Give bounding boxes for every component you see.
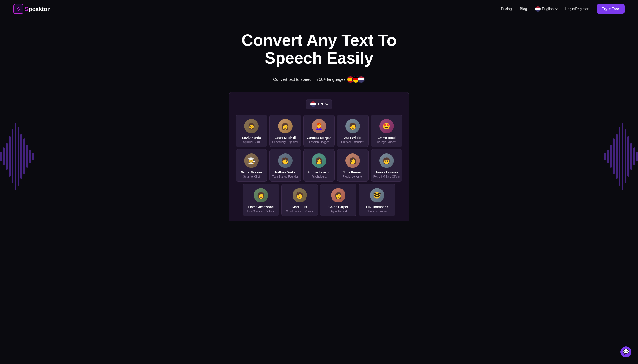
voice-role-nathan: Tech Startup Founder bbox=[272, 175, 298, 178]
voice-name-victor: Victor Moreau bbox=[238, 170, 265, 174]
voice-role-lily: Nerdy Bookworm bbox=[361, 210, 393, 213]
voice-card-jack[interactable]: 🧑 Jack Wilder Outdoor Enthusiast bbox=[337, 115, 368, 147]
voice-avatar-liam: 🧑 bbox=[254, 188, 268, 202]
hero-title: Convert Any Text To Speech Easily bbox=[218, 32, 420, 67]
voice-role-laura: Community Organizer bbox=[272, 140, 298, 144]
app-us-flag-icon bbox=[310, 102, 316, 107]
voice-name-chloe: Chloe Harper bbox=[322, 205, 354, 209]
voice-card-victor[interactable]: 👨‍🍳 Victor Moreau Gourmet Chef bbox=[236, 149, 267, 182]
voice-avatar-ravi: 🧔 bbox=[244, 119, 258, 133]
voice-avatar-jack: 🧑 bbox=[346, 119, 360, 133]
voice-name-lily: Lily Thompson bbox=[361, 205, 393, 209]
voice-name-julia: Julia Bennett bbox=[340, 170, 366, 174]
app-window: EN 🧔 Ravi Ananda Spiritual Guru 👩 Laura … bbox=[229, 92, 409, 220]
voice-role-mark: Small Business Owner bbox=[284, 210, 316, 213]
voice-grid-row3: 🧑 Liam Greenwood Eco-Conscious Activist … bbox=[243, 184, 395, 220]
voice-name-ravi: Ravi Ananda bbox=[238, 136, 265, 140]
voice-name-jack: Jack Wilder bbox=[340, 136, 366, 140]
voice-name-emma: Emma Reed bbox=[373, 136, 400, 140]
right-waveform bbox=[604, 92, 638, 220]
voice-name-mark: Mark Ellis bbox=[284, 205, 316, 209]
navbar: S Speaktor Pricing Blog English Login/Re… bbox=[0, 0, 638, 18]
voice-name-laura: Laura Mitchell bbox=[272, 136, 298, 140]
voice-avatar-james: 🧑 bbox=[380, 154, 394, 168]
nav-blog[interactable]: Blog bbox=[520, 7, 527, 11]
app-lang-code: EN bbox=[318, 102, 323, 106]
voice-grid-row1: 🧔 Ravi Ananda Spiritual Guru 👩 Laura Mit… bbox=[236, 115, 402, 147]
logo[interactable]: S Speaktor bbox=[14, 4, 50, 14]
chat-bubble[interactable]: 💬 bbox=[620, 346, 631, 357]
us-flag-group-icon bbox=[358, 76, 365, 83]
app-language-selector: EN bbox=[236, 99, 402, 109]
voice-avatar-lily: 🤓 bbox=[370, 188, 384, 202]
language-label: English bbox=[542, 7, 554, 11]
chat-icon: 💬 bbox=[623, 349, 629, 355]
try-free-button[interactable]: Try It Free bbox=[597, 4, 624, 14]
hero-section: Convert Any Text To Speech Easily Conver… bbox=[0, 18, 638, 83]
voice-card-lily[interactable]: 🤓 Lily Thompson Nerdy Bookworm bbox=[359, 184, 395, 216]
voice-card-james[interactable]: 🧑 James Lawson Retired Military Officer bbox=[371, 149, 402, 182]
voice-grid-row2: 👨‍🍳 Victor Moreau Gourmet Chef 🧑 Nathan … bbox=[236, 149, 402, 182]
voice-role-chloe: Digital Nomad bbox=[322, 210, 354, 213]
voice-name-nathan: Nathan Drake bbox=[272, 170, 298, 174]
voice-avatar-vanessa: 👩‍🦰 bbox=[312, 119, 326, 133]
nav-links: Pricing Blog English Login/Register Try … bbox=[501, 4, 624, 14]
voice-name-sophie: Sophie Lawson bbox=[306, 170, 332, 174]
voice-card-mark[interactable]: 🧑 Mark Ellis Small Business Owner bbox=[281, 184, 318, 216]
voice-avatar-sophie: 👩 bbox=[312, 154, 326, 168]
voice-role-emma: College Student bbox=[373, 140, 400, 144]
voice-card-ravi[interactable]: 🧔 Ravi Ananda Spiritual Guru bbox=[236, 115, 267, 147]
nav-pricing[interactable]: Pricing bbox=[501, 7, 512, 11]
logo-icon: S bbox=[14, 4, 23, 14]
voice-card-sophie[interactable]: 👩 Sophie Lawson Psychologist bbox=[303, 149, 335, 182]
voice-name-james: James Lawson bbox=[373, 170, 400, 174]
voice-card-laura[interactable]: 👩 Laura Mitchell Community Organizer bbox=[270, 115, 301, 147]
voice-role-julia: Freelance Writer bbox=[340, 175, 366, 178]
language-selector[interactable]: English bbox=[535, 6, 557, 12]
voice-role-liam: Eco-Conscious Activist bbox=[245, 210, 277, 213]
voice-role-ravi: Spiritual Guru bbox=[238, 140, 265, 144]
voice-name-liam: Liam Greenwood bbox=[245, 205, 277, 209]
voice-card-emma[interactable]: 🤩 Emma Reed College Student bbox=[371, 115, 402, 147]
voice-role-victor: Gourmet Chef bbox=[238, 175, 265, 178]
left-waveform bbox=[0, 92, 34, 220]
voice-card-julia[interactable]: 👩 Julia Bennett Freelance Writer bbox=[337, 149, 368, 182]
voice-role-vanessa: Fashion Blogger bbox=[306, 140, 332, 144]
voice-card-liam[interactable]: 🧑 Liam Greenwood Eco-Conscious Activist bbox=[243, 184, 279, 216]
voice-avatar-victor: 👨‍🍳 bbox=[244, 154, 258, 168]
logo-text: Speaktor bbox=[25, 6, 50, 12]
voice-avatar-chloe: 👩 bbox=[331, 188, 346, 202]
voice-card-chloe[interactable]: 👩 Chloe Harper Digital Nomad bbox=[320, 184, 357, 216]
voice-role-sophie: Psychologist bbox=[306, 175, 332, 178]
flags-group bbox=[349, 76, 365, 83]
voice-avatar-julia: 👩 bbox=[346, 154, 360, 168]
voice-card-nathan[interactable]: 🧑 Nathan Drake Tech Startup Founder bbox=[270, 149, 301, 182]
voice-name-vanessa: Vanessa Morgan bbox=[306, 136, 332, 140]
chevron-down-icon bbox=[555, 7, 558, 10]
voice-avatar-laura: 👩 bbox=[278, 119, 292, 133]
us-flag-icon bbox=[535, 6, 540, 12]
waveform-section: EN 🧔 Ravi Ananda Spiritual Guru 👩 Laura … bbox=[0, 92, 638, 220]
voice-avatar-mark: 🧑 bbox=[292, 188, 307, 202]
voice-card-vanessa[interactable]: 👩‍🦰 Vanessa Morgan Fashion Blogger bbox=[303, 115, 335, 147]
hero-subtitle: Convert text to speech in 50+ languages bbox=[4, 76, 634, 83]
voice-role-jack: Outdoor Enthusiast bbox=[340, 140, 366, 144]
voice-avatar-emma: 🤩 bbox=[380, 119, 394, 133]
voice-role-james: Retired Military Officer bbox=[373, 175, 400, 178]
app-lang-button[interactable]: EN bbox=[306, 99, 332, 109]
voice-avatar-nathan: 🧑 bbox=[278, 154, 292, 168]
app-chevron-down-icon bbox=[325, 102, 328, 105]
nav-login-register[interactable]: Login/Register bbox=[565, 7, 588, 11]
